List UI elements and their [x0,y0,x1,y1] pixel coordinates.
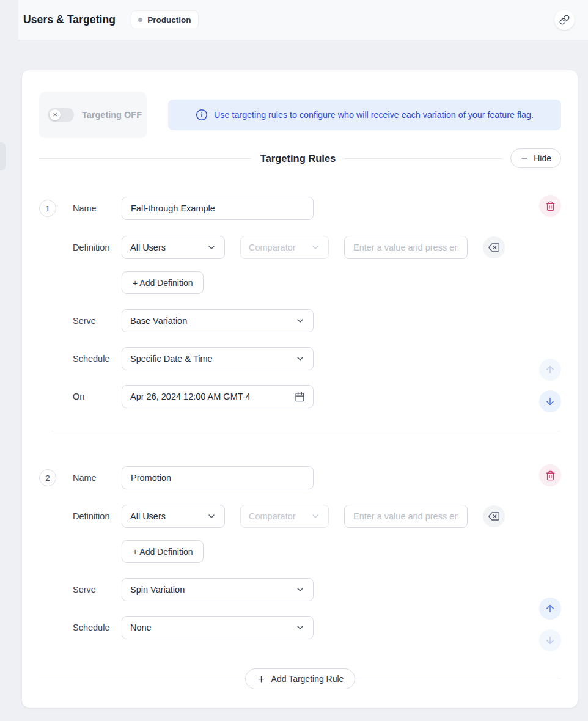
schedule-select-value: None [130,623,152,632]
rule-name-input[interactable] [122,466,314,489]
toggle-knob-x-icon: ✕ [50,109,61,120]
chevron-down-icon [207,511,216,521]
section-title: Targeting Rules [260,153,336,164]
schedule-row: Schedule None [39,616,561,639]
attribute-select[interactable]: All Users [122,505,225,528]
move-rule-up-button[interactable] [539,598,561,620]
status-row: ✕ Targeting OFF Use targeting rules to c… [39,92,561,138]
definition-label: Definition [73,243,122,252]
arrow-up-icon [545,603,556,614]
link-icon [559,15,570,25]
move-rule-down-button[interactable] [539,629,561,651]
serve-select[interactable]: Base Variation [122,309,314,332]
chevron-down-icon [295,623,305,632]
arrow-down-icon [545,635,556,646]
serve-select-value: Spin Variation [130,585,185,595]
comparator-select-placeholder: Comparator [249,511,296,521]
backspace-icon [488,511,499,522]
attribute-select-value: All Users [130,243,166,252]
add-rule-row: Add Targeting Rule [39,668,561,689]
schedule-select-value: Specific Date & Time [130,354,213,364]
hide-button-label: Hide [534,153,551,163]
serve-row: Serve Spin Variation [39,578,561,601]
rule-name-input[interactable] [122,197,314,220]
comparator-select[interactable]: Comparator [240,505,329,528]
page-title: Users & Targeting [23,13,116,26]
plus-icon [257,675,266,684]
environment-dot-icon [138,18,142,22]
serve-select-value: Base Variation [130,316,187,326]
on-label: On [73,392,122,401]
chevron-down-icon [311,243,320,252]
targeting-rule-1: 1 Name Definition All Users Comparator [39,197,561,408]
move-rule-down-button[interactable] [539,390,561,412]
schedule-select[interactable]: None [122,616,314,639]
arrow-up-icon [545,364,556,375]
definition-value-input[interactable] [344,236,468,259]
add-definition-row: + Add Definition [39,540,561,563]
minus-icon [520,154,529,163]
trash-icon [545,201,556,211]
backspace-icon [488,242,499,253]
targeting-rule-2: 2 Name Definition All Users Comparator [39,466,561,639]
clear-definition-button[interactable] [483,505,505,527]
arrow-down-icon [545,396,556,407]
targeting-rules-section-head: Targeting Rules Hide [39,148,561,168]
rule-divider [51,431,561,431]
on-datetime-value: Apr 26, 2024 12:00 AM GMT-4 [130,392,251,401]
rule-name-row: 1 Name [39,197,561,220]
drawer-handle[interactable] [0,142,6,170]
trash-icon [545,470,556,481]
chevron-down-icon [295,316,305,326]
add-definition-row: + Add Definition [39,271,561,294]
add-definition-button[interactable]: + Add Definition [122,540,204,563]
chevron-down-icon [295,585,305,595]
targeting-toggle-card: ✕ Targeting OFF [39,92,147,138]
divider [39,158,251,159]
chevron-down-icon [207,243,216,252]
attribute-select[interactable]: All Users [122,236,225,259]
schedule-select[interactable]: Specific Date & Time [122,347,314,370]
attribute-select-value: All Users [130,511,166,521]
on-datetime-row: On Apr 26, 2024 12:00 AM GMT-4 [39,385,561,408]
targeting-toggle[interactable]: ✕ [48,108,74,122]
rule-name-row: 2 Name [39,466,561,489]
chevron-down-icon [311,511,320,521]
targeting-state-label: Targeting OFF [82,110,142,120]
environment-label: Production [147,15,191,24]
schedule-row: Schedule Specific Date & Time [39,347,561,370]
divider [345,158,502,159]
rule-number-badge: 1 [39,200,56,217]
definition-value-input[interactable] [344,505,468,528]
add-targeting-rule-label: Add Targeting Rule [271,674,344,684]
name-label: Name [73,203,122,213]
delete-rule-button[interactable] [539,464,561,486]
environment-badge[interactable]: Production [131,10,199,29]
page-header: Users & Targeting Production [18,0,588,40]
users-targeting-page: Users & Targeting Production ✕ Targeting… [0,0,588,721]
name-label: Name [73,473,122,483]
calendar-icon [295,392,305,402]
serve-row: Serve Base Variation [39,309,561,332]
info-banner: Use targeting rules to configure who wil… [168,100,561,130]
info-banner-text: Use targeting rules to configure who wil… [214,110,534,120]
clear-definition-button[interactable] [483,236,505,258]
definition-row: Definition All Users Comparator [39,236,561,259]
delete-rule-button[interactable] [539,195,561,217]
move-rule-up-button[interactable] [539,359,561,381]
serve-select[interactable]: Spin Variation [122,578,314,601]
schedule-label: Schedule [73,623,122,632]
add-definition-button[interactable]: + Add Definition [122,271,204,294]
on-datetime-input[interactable]: Apr 26, 2024 12:00 AM GMT-4 [122,385,314,408]
serve-label: Serve [73,316,122,326]
rule-number-badge: 2 [39,469,56,486]
targeting-card: ✕ Targeting OFF Use targeting rules to c… [22,70,578,708]
definition-label: Definition [73,511,122,521]
copy-link-button[interactable] [554,10,575,30]
serve-label: Serve [73,585,122,595]
hide-rules-button[interactable]: Hide [510,148,561,168]
schedule-label: Schedule [73,354,122,364]
comparator-select[interactable]: Comparator [240,236,329,259]
chevron-down-icon [295,354,305,364]
add-targeting-rule-button[interactable]: Add Targeting Rule [245,668,356,689]
